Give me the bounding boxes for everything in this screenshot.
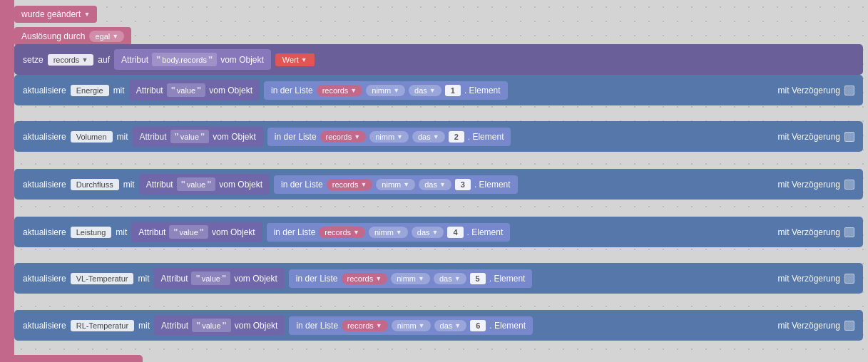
row-4-block: aktualisiere Leistung mit Attribut " val… xyxy=(14,217,863,247)
row-6-variable[interactable]: RL-Temperatur xyxy=(71,320,134,331)
row-2-prefix: aktualisiere xyxy=(23,132,66,142)
egal-label: egal xyxy=(95,32,110,41)
row-2-variable[interactable]: Volumen xyxy=(71,131,113,143)
setze-records-chevron: ▼ xyxy=(81,56,88,63)
row-4-value-pill[interactable]: " value " xyxy=(169,225,208,239)
trigger-geaendert-block[interactable]: wurde geändert ▼ xyxy=(14,6,97,23)
setze-block: setze records ▼ auf Attribut " body.reco… xyxy=(14,44,863,75)
row-6-value-pill[interactable]: " value " xyxy=(192,319,231,332)
row-1-mit: mit xyxy=(113,86,125,95)
row-2-das-pill[interactable]: das ▼ xyxy=(412,131,445,143)
row-3-nimm-pill[interactable]: nimm ▼ xyxy=(376,179,415,190)
body-records-pill[interactable]: " body.records " xyxy=(152,53,217,66)
row-5-attr-block: Attribut " value " vom Objekt xyxy=(153,268,284,289)
trigger-ausloesung-block[interactable]: Auslösung durch egal ▼ xyxy=(14,27,131,46)
row-2-records-pill[interactable]: records ▼ xyxy=(320,131,367,143)
row-4-nimm-pill[interactable]: nimm ▼ xyxy=(369,227,408,238)
row-1-element: . Element xyxy=(464,86,501,95)
row-6-checkbox[interactable] xyxy=(844,321,854,331)
row-6-block: aktualisiere RL-Temperatur mit Attribut … xyxy=(14,310,863,341)
row-3-list-block: in der Liste records ▼ nimm ▼ das ▼ 3 . … xyxy=(274,175,518,194)
row-1-checkbox[interactable] xyxy=(844,86,854,95)
row-1-value-pill[interactable]: " value " xyxy=(167,83,206,97)
row-3-variable[interactable]: Durchfluss xyxy=(71,179,119,190)
wert-label: Wert xyxy=(282,56,299,64)
row-2-mit: mit xyxy=(117,132,128,142)
row-1-variable[interactable]: Energie xyxy=(71,85,109,96)
row-3-value-pill[interactable]: " value " xyxy=(177,177,216,191)
row-6-nimm-pill[interactable]: nimm ▼ xyxy=(392,320,431,331)
bottom-bar xyxy=(0,355,143,362)
row-6-number[interactable]: 6 xyxy=(470,320,486,331)
row-4-attr-block: Attribut " value " vom Objekt xyxy=(131,222,262,242)
row-5-records-pill[interactable]: records ▼ xyxy=(342,273,388,284)
vom-objekt-label-1: vom Objekt xyxy=(220,55,264,65)
row-4-records-pill[interactable]: records ▼ xyxy=(319,227,365,238)
row-1-prefix: aktualisiere xyxy=(23,86,66,95)
attr-label-1: Attribut xyxy=(121,55,148,65)
row-2-checkbox[interactable] xyxy=(844,132,854,142)
row-1-records-pill[interactable]: records ▼ xyxy=(317,85,363,96)
row-2-value-pill[interactable]: " value " xyxy=(170,130,210,143)
row-5-block: aktualisiere VL-Temperatur mit Attribut … xyxy=(14,263,863,294)
row-1-vom-objekt: vom Objekt xyxy=(209,86,252,95)
row-3-prefix: aktualisiere xyxy=(23,180,66,190)
row-4-das-pill[interactable]: das ▼ xyxy=(412,227,444,238)
row-6-das-pill[interactable]: das ▼ xyxy=(434,320,467,331)
setze-records-label: records xyxy=(53,56,80,64)
row-5-number[interactable]: 5 xyxy=(470,273,486,284)
row-2-list-block: in der Liste records ▼ nimm ▼ das ▼ 2 . … xyxy=(267,128,511,146)
row-6-attr-block: Attribut " value " vom Objekt xyxy=(154,315,285,336)
row-1-attr-label: Attribut xyxy=(136,86,163,95)
row-3-records-pill[interactable]: records ▼ xyxy=(327,179,373,190)
egal-pill[interactable]: egal ▼ xyxy=(89,31,124,42)
row-4-list-block: in der Liste records ▼ nimm ▼ das ▼ 4 . … xyxy=(267,223,511,242)
egal-chevron: ▼ xyxy=(112,33,118,40)
row-1-das-pill[interactable]: das ▼ xyxy=(409,85,441,96)
setze-label: setze xyxy=(23,55,44,65)
row-5-value-pill[interactable]: " value " xyxy=(191,272,230,285)
row-5-variable[interactable]: VL-Temperatur xyxy=(71,273,134,284)
row-5-nimm-pill[interactable]: nimm ▼ xyxy=(391,273,430,284)
row-1-attr-block: Attribut " value " vom Objekt xyxy=(129,80,260,100)
setze-auf-label: auf xyxy=(98,55,110,65)
row-3-number[interactable]: 3 xyxy=(455,179,471,190)
row-3-das-pill[interactable]: das ▼ xyxy=(419,179,451,190)
row-2-number[interactable]: 2 xyxy=(449,131,464,143)
row-2-mit-verz: mit Verzögerung xyxy=(778,132,840,142)
quote-close-1: " xyxy=(208,54,213,65)
row-6-records-pill[interactable]: records ▼ xyxy=(342,320,388,331)
row-2-block: aktualisiere Volumen mit Attribut " valu… xyxy=(14,121,863,152)
row-1-number[interactable]: 1 xyxy=(445,85,461,96)
trigger-geaendert-chevron: ▼ xyxy=(83,11,90,18)
row-1-nimm-pill[interactable]: nimm ▼ xyxy=(366,85,405,96)
row-1-mit-verz: mit Verzögerung xyxy=(778,86,840,95)
row-6-list-block: in der Liste records ▼ nimm ▼ das ▼ 6 . … xyxy=(289,316,533,335)
row-1-in-der-liste: in der Liste xyxy=(271,86,313,95)
setze-records-pill[interactable]: records ▼ xyxy=(48,54,94,66)
quote-open-1: " xyxy=(156,54,160,65)
row-5-das-pill[interactable]: das ▼ xyxy=(434,273,466,284)
wert-pill[interactable]: Wert ▼ xyxy=(275,53,315,66)
row-2-nimm-pill[interactable]: nimm ▼ xyxy=(369,131,409,143)
setze-attr-block: Attribut " body.records " vom Objekt xyxy=(114,49,271,70)
wert-chevron: ▼ xyxy=(301,56,307,63)
row-3-block: aktualisiere Durchfluss mit Attribut " v… xyxy=(14,169,863,200)
trigger-geaendert-label: wurde geändert xyxy=(21,9,81,19)
row-4-checkbox[interactable] xyxy=(844,227,854,237)
left-bracket xyxy=(0,0,14,362)
row-4-variable[interactable]: Leistung xyxy=(71,227,112,238)
ausloesung-label: Auslösung durch xyxy=(21,31,85,41)
body-records-value: body.records xyxy=(162,56,207,64)
row-3-checkbox[interactable] xyxy=(844,180,854,190)
row-5-list-block: in der Liste records ▼ nimm ▼ das ▼ 5 . … xyxy=(289,269,533,288)
row-1-list-block: in der Liste records ▼ nimm ▼ das ▼ 1 . … xyxy=(264,81,508,100)
row-5-checkbox[interactable] xyxy=(844,274,854,284)
row-4-number[interactable]: 4 xyxy=(447,227,463,238)
canvas: wurde geändert ▼ Auslösung durch egal ▼ … xyxy=(0,0,868,362)
row-1-block: aktualisiere Energie mit Attribut " valu… xyxy=(14,75,863,105)
row-2-attr-block: Attribut " value " vom Objekt xyxy=(133,126,263,147)
row-3-attr-block: Attribut " value " vom Objekt xyxy=(139,174,270,195)
